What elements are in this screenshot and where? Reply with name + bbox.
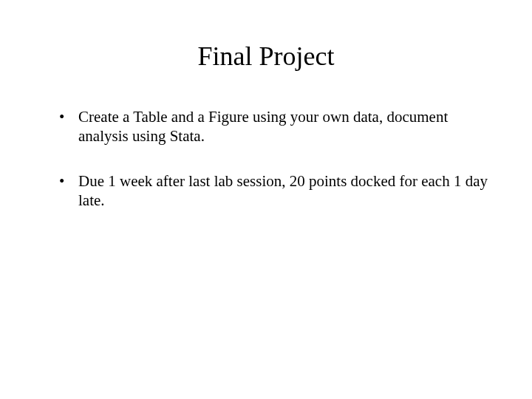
slide: Final Project Create a Table and a Figur… — [0, 0, 532, 399]
slide-title: Final Project — [44, 41, 488, 72]
list-item: Due 1 week after last lab session, 20 po… — [65, 171, 488, 211]
bullet-list: Create a Table and a Figure using your o… — [44, 107, 488, 210]
list-item: Create a Table and a Figure using your o… — [65, 107, 488, 146]
